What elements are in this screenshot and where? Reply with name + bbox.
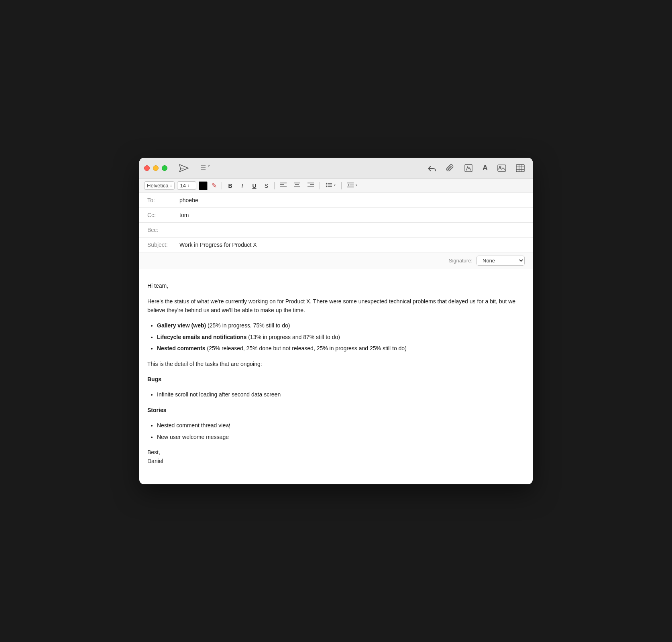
bcc-label: Bcc: — [147, 227, 179, 233]
list-icon — [326, 182, 332, 188]
highlight-button[interactable]: ✎ — [210, 181, 218, 190]
text-cursor — [230, 423, 230, 429]
list-button[interactable]: ˅ — [323, 181, 338, 190]
photo-icon — [497, 164, 506, 172]
email-body[interactable]: Hi team, Here's the status of what we're… — [139, 269, 533, 484]
notes-button[interactable]: ☰ ˅ — [197, 163, 214, 173]
attach-button[interactable] — [443, 162, 458, 174]
stories-list: Nested comment thread view New user welc… — [157, 421, 525, 441]
align-center-button[interactable] — [291, 181, 303, 190]
format-toolbar: Helvetica ↕ 14 ↕ ✎ B I U S — [139, 179, 533, 193]
separator-4 — [341, 182, 342, 189]
table-button[interactable] — [513, 163, 528, 174]
progress-item-3: Nested comments (25% released, 25% done … — [157, 344, 525, 353]
send-button[interactable] — [175, 162, 192, 174]
font-family-select[interactable]: Helvetica ↕ — [144, 181, 175, 190]
svg-point-2 — [499, 166, 501, 168]
maximize-button[interactable] — [162, 165, 167, 171]
subject-field-row: Subject: Work in Progress for Product X — [139, 238, 533, 252]
progress-item-1: Gallery view (web) (25% in progress, 75%… — [157, 321, 525, 330]
signature-select[interactable]: None — [477, 256, 525, 266]
signature-name: Daniel — [147, 458, 163, 464]
indent-icon — [347, 182, 354, 188]
nested-rest: (25% released, 25% done but not released… — [206, 345, 407, 351]
table-icon — [516, 164, 525, 172]
svg-rect-3 — [516, 165, 524, 172]
stories-item-1: Nested comment thread view — [157, 421, 525, 430]
italic-button[interactable]: I — [237, 182, 247, 190]
svg-rect-1 — [498, 165, 506, 171]
gallery-bold: Gallery view (web) — [157, 322, 206, 329]
paperclip-icon — [446, 164, 454, 173]
greeting: Hi team, — [147, 281, 525, 290]
align-left-icon — [280, 182, 287, 188]
svg-point-18 — [326, 185, 327, 185]
cc-field-row: Cc: tom — [139, 208, 533, 223]
separator-1 — [222, 182, 222, 189]
list-icon: ☰ ˅ — [200, 164, 210, 172]
title-bar-right: A — [424, 162, 528, 174]
stories-heading: Stories — [147, 406, 525, 414]
indent-chevron: ˅ — [355, 184, 357, 189]
list-chevron: ˅ — [334, 184, 336, 189]
bugs-heading: Bugs — [147, 375, 525, 384]
gallery-rest: (25% in progress, 75% still to do) — [206, 322, 290, 329]
compose-window: ☰ ˅ — [139, 158, 533, 484]
font-button[interactable]: A — [479, 162, 491, 174]
align-right-button[interactable] — [305, 181, 316, 190]
traffic-lights — [144, 165, 167, 171]
separator-2 — [274, 182, 275, 189]
progress-item-2: Lifecycle emails and notifications (13% … — [157, 333, 525, 341]
stories-item-1-text: Nested comment thread view — [157, 422, 230, 429]
markup-icon — [464, 164, 473, 173]
font-size-select[interactable]: 14 ↕ — [177, 181, 196, 190]
highlight-icon: ✎ — [212, 182, 217, 189]
bcc-field-row: Bcc: — [139, 223, 533, 238]
font-family-chevron: ↕ — [170, 183, 172, 188]
to-label: To: — [147, 197, 179, 203]
indent-button[interactable]: ˅ — [345, 181, 360, 190]
lifecycle-bold: Lifecycle emails and notifications — [157, 334, 246, 340]
svg-point-19 — [326, 186, 327, 187]
intro-paragraph: Here's the status of what we're currentl… — [147, 297, 525, 315]
underline-button[interactable]: U — [249, 182, 259, 190]
stories-item-2: New user welcome message — [157, 433, 525, 441]
bugs-item-1: Infinite scroll not loading after second… — [157, 390, 525, 399]
close-button[interactable] — [144, 165, 150, 171]
text-color-swatch[interactable] — [199, 181, 208, 190]
font-size-chevron: ↕ — [187, 183, 189, 188]
cc-label: Cc: — [147, 212, 179, 218]
align-right-icon — [307, 182, 314, 188]
to-value[interactable]: phoebe — [179, 197, 525, 203]
to-field-row: To: phoebe — [139, 193, 533, 208]
signature-label: Signature: — [449, 258, 472, 264]
reply-button[interactable] — [424, 163, 440, 174]
svg-point-17 — [326, 183, 327, 184]
signature-row: Signature: None — [139, 252, 533, 269]
reply-icon — [427, 164, 437, 172]
bold-button[interactable]: B — [225, 182, 235, 190]
markup-button[interactable] — [461, 162, 476, 174]
font-icon: A — [483, 164, 488, 172]
lifecycle-rest: (13% in progress and 87% still to do) — [246, 334, 340, 340]
photo-button[interactable] — [494, 163, 509, 174]
progress-list: Gallery view (web) (25% in progress, 75%… — [157, 321, 525, 353]
email-fields: To: phoebe Cc: tom Bcc: Subject: Work in… — [139, 193, 533, 252]
closing: Best, Daniel — [147, 448, 525, 466]
subject-label: Subject: — [147, 242, 179, 248]
minimize-button[interactable] — [153, 165, 159, 171]
separator-3 — [320, 182, 320, 189]
detail-intro: This is the detail of the tasks that are… — [147, 360, 525, 368]
send-icon — [179, 164, 189, 173]
align-center-icon — [294, 182, 300, 188]
cc-value[interactable]: tom — [179, 212, 525, 218]
strikethrough-button[interactable]: S — [261, 182, 271, 190]
bugs-list: Infinite scroll not loading after second… — [157, 390, 525, 399]
title-bar-actions: ☰ ˅ — [175, 162, 214, 174]
title-bar: ☰ ˅ — [139, 158, 533, 179]
align-left-button[interactable] — [278, 181, 289, 190]
subject-value[interactable]: Work in Progress for Product X — [179, 242, 525, 248]
nested-bold: Nested comments — [157, 345, 206, 351]
